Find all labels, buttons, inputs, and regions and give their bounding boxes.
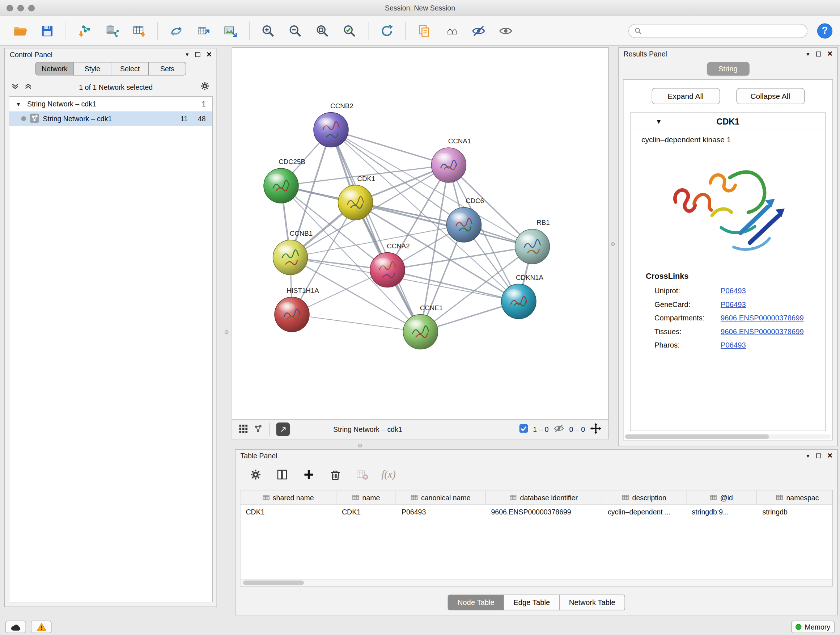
panel-menu-icon[interactable]: ▾ xyxy=(806,453,809,459)
clear-table-button[interactable] xyxy=(354,467,370,483)
home-button[interactable]: ⌂⌂ xyxy=(439,19,464,42)
tab-style[interactable]: Style xyxy=(73,62,111,76)
open-session-button[interactable] xyxy=(8,19,33,42)
network-node-CDC6[interactable] xyxy=(447,207,482,242)
hidden-elements-eye-icon[interactable] xyxy=(554,424,564,435)
network-node-RB1[interactable] xyxy=(515,229,550,264)
crosslink-link[interactable]: P06493 xyxy=(721,341,746,349)
table-row[interactable]: CDK1 CDK1 P06493 9606.ENSP00000378699 cy… xyxy=(240,505,833,519)
panel-close-icon[interactable]: × xyxy=(827,451,832,460)
zoom-fit-button[interactable] xyxy=(310,19,335,42)
tab-select[interactable]: Select xyxy=(111,62,149,76)
network-collection-row[interactable]: ▼ String Network – cdk1 1 xyxy=(9,97,212,111)
panel-close-icon[interactable]: × xyxy=(207,50,212,59)
zoom-window-button[interactable] xyxy=(28,5,35,11)
network-node-CDKN1A[interactable] xyxy=(501,284,536,319)
results-scrollbar-thumb[interactable] xyxy=(625,434,769,439)
select-columns-button[interactable] xyxy=(274,467,291,483)
splitter-handle[interactable] xyxy=(225,330,229,334)
tab-sets[interactable]: Sets xyxy=(148,62,186,76)
memory-button[interactable]: Memory xyxy=(791,621,835,633)
grid-mode-button[interactable] xyxy=(239,424,248,435)
network-edges[interactable] xyxy=(281,130,532,332)
function-builder-button[interactable]: f(x) xyxy=(381,467,397,483)
selected-nodes-checkbox-icon[interactable] xyxy=(519,424,528,435)
export-table-button[interactable] xyxy=(191,19,216,42)
network-edge[interactable] xyxy=(331,130,449,165)
tab-node-table[interactable]: Node Table xyxy=(448,595,504,611)
network-row[interactable]: String Network – cdk1 11 48 xyxy=(9,111,212,126)
import-network-file-button[interactable] xyxy=(73,19,97,42)
search-input[interactable] xyxy=(646,27,802,35)
network-canvas-svg[interactable]: CCNB2CCNA1CDC25BCDK1CDC6RB1CCNB1CCNA2CDK… xyxy=(232,48,608,419)
zoom-out-button[interactable] xyxy=(283,19,308,42)
table-scrollbar-thumb[interactable] xyxy=(243,581,304,585)
zoom-in-button[interactable] xyxy=(256,19,281,42)
network-node-HIST1H1A[interactable] xyxy=(275,297,309,332)
crosslink-link[interactable]: 9606.ENSP00000378699 xyxy=(721,314,804,322)
column-header-canonical-name[interactable]: canonical name xyxy=(396,491,486,505)
delete-column-button[interactable] xyxy=(327,467,344,483)
splitter-handle[interactable] xyxy=(358,444,362,448)
table-horizontal-scrollbar[interactable] xyxy=(240,579,833,586)
tree-expander-icon[interactable]: ▼ xyxy=(16,101,24,107)
column-header-name[interactable]: name xyxy=(336,491,396,505)
warnings-button[interactable] xyxy=(31,621,52,633)
move-tool-button[interactable] xyxy=(590,423,602,436)
panel-close-icon[interactable]: × xyxy=(827,50,832,58)
close-window-button[interactable] xyxy=(6,5,13,11)
column-header-database-identifier[interactable]: database identifier xyxy=(486,491,603,505)
network-node-CCNA2[interactable] xyxy=(370,253,405,287)
crosslink-link[interactable]: P06493 xyxy=(721,287,746,295)
crosslink-link[interactable]: P06493 xyxy=(721,301,746,309)
crosslink-link[interactable]: 9606.ENSP00000378699 xyxy=(721,328,804,336)
panel-float-icon[interactable] xyxy=(816,51,821,57)
panel-menu-icon[interactable]: ▾ xyxy=(806,51,809,57)
new-network-from-selection-button[interactable] xyxy=(164,19,189,42)
panel-menu-icon[interactable]: ▾ xyxy=(186,51,188,57)
column-header-id[interactable]: @id xyxy=(687,491,757,505)
column-header-description[interactable]: description xyxy=(602,491,687,505)
network-node-CCNB1[interactable] xyxy=(273,240,308,275)
tab-network-table[interactable]: Network Table xyxy=(559,595,625,611)
network-canvas[interactable]: CCNB2CCNA1CDC25BCDK1CDC6RB1CCNB1CCNA2CDK… xyxy=(232,48,608,419)
panel-float-icon[interactable] xyxy=(195,52,200,57)
network-edge[interactable] xyxy=(331,130,421,332)
expand-all-networks-icon[interactable] xyxy=(11,82,19,92)
network-node-CDC25B[interactable] xyxy=(264,168,298,203)
tab-network[interactable]: Network xyxy=(35,62,74,76)
gene-section-header[interactable]: ▼ CDK1 xyxy=(630,113,826,130)
save-session-button[interactable] xyxy=(35,19,60,42)
export-image-button[interactable] xyxy=(218,19,243,42)
network-options-gear-button[interactable] xyxy=(200,81,210,93)
network-node-CCNE1[interactable] xyxy=(403,315,438,349)
network-node-CCNA1[interactable] xyxy=(431,148,466,182)
import-network-database-button[interactable] xyxy=(99,19,125,42)
expand-all-button[interactable]: Expand All xyxy=(652,88,720,104)
cloud-status-button[interactable] xyxy=(5,621,26,633)
eye-off-button[interactable] xyxy=(466,19,491,42)
tab-string[interactable]: String xyxy=(707,62,749,76)
tab-edge-table[interactable]: Edge Table xyxy=(504,595,560,611)
add-column-button[interactable] xyxy=(301,467,317,483)
apply-layout-button[interactable] xyxy=(374,19,399,42)
annotation-mode-button[interactable] xyxy=(276,423,290,436)
gene-expander-icon[interactable]: ▼ xyxy=(655,118,662,125)
column-header-shared-name[interactable]: shared name xyxy=(240,491,337,505)
zoom-selected-button[interactable] xyxy=(337,19,362,42)
network-node-CDK1[interactable] xyxy=(338,185,373,220)
collapse-all-networks-icon[interactable] xyxy=(25,82,32,92)
network-node-CCNB2[interactable] xyxy=(314,112,348,147)
splitter-handle[interactable] xyxy=(611,242,615,246)
search-box[interactable] xyxy=(628,24,807,38)
column-header-namespace[interactable]: namespac xyxy=(757,491,833,505)
minimize-window-button[interactable] xyxy=(17,5,24,11)
network-edge[interactable] xyxy=(292,315,421,332)
help-button[interactable]: ? xyxy=(817,23,832,38)
panel-float-icon[interactable] xyxy=(816,453,821,458)
collapse-all-button[interactable]: Collapse All xyxy=(736,88,805,104)
copy-document-button[interactable] xyxy=(412,19,437,42)
table-settings-gear-button[interactable] xyxy=(248,467,264,483)
birdseye-view-button[interactable] xyxy=(254,424,263,435)
eye-button[interactable] xyxy=(493,19,518,42)
